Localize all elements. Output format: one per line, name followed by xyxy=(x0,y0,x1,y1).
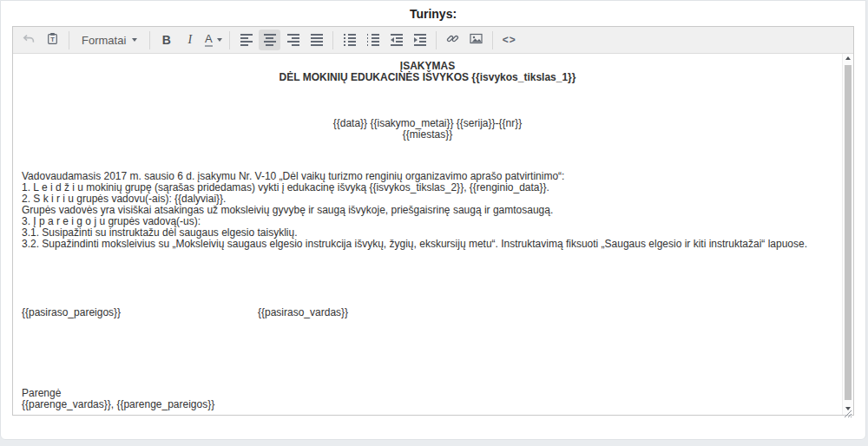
formatai-label: Formatai xyxy=(82,34,126,47)
numbered-list-button[interactable] xyxy=(362,30,384,50)
resize-grip[interactable] xyxy=(843,406,852,415)
doc-body-line: 3.2. Supažindinti moksleivius su „Moksle… xyxy=(22,239,833,250)
italic-button[interactable]: I xyxy=(179,30,201,50)
chevron-down-icon xyxy=(217,38,222,42)
scrollbar[interactable] xyxy=(842,54,853,415)
link-button[interactable] xyxy=(442,30,464,50)
paste-button[interactable]: T xyxy=(42,30,63,50)
editor-content-area: ĮSAKYMAS DĖL MOKINIŲ EDUKACINĖS IŠVYKOS … xyxy=(13,54,853,415)
image-button[interactable] xyxy=(465,30,487,50)
align-left-icon xyxy=(240,34,253,46)
paste-icon: T xyxy=(46,32,59,49)
align-right-icon xyxy=(287,34,299,46)
page-title: Turinys: xyxy=(1,1,865,26)
link-icon xyxy=(446,32,459,49)
justify-icon xyxy=(311,34,323,46)
undo-icon xyxy=(23,32,36,49)
numbered-list-icon xyxy=(367,34,379,46)
italic-icon: I xyxy=(187,33,192,47)
code-icon: <> xyxy=(503,34,516,46)
richtext-editor: T Formatai B I A xyxy=(12,26,854,416)
indent-icon xyxy=(414,34,426,46)
formatai-dropdown[interactable]: Formatai xyxy=(75,30,144,50)
editor-toolbar: T Formatai B I A xyxy=(13,27,853,54)
code-button[interactable]: <> xyxy=(498,30,520,50)
doc-signature-name: {{pasiraso_vardas}} xyxy=(258,307,348,318)
doc-signature-row: {{pasiraso_pareigos}} {{pasiraso_vardas}… xyxy=(22,307,833,318)
bullet-list-button[interactable] xyxy=(339,30,360,50)
toolbar-separator xyxy=(69,31,69,49)
scrollbar-up-button[interactable] xyxy=(843,56,853,60)
svg-text:T: T xyxy=(50,36,55,43)
chevron-down-icon xyxy=(132,38,137,42)
scrollbar-thumb[interactable] xyxy=(845,65,852,400)
outdent-button[interactable] xyxy=(385,30,407,50)
doc-signature-position: {{pasiraso_pareigos}} xyxy=(22,307,258,318)
align-left-button[interactable] xyxy=(235,30,257,50)
undo-button[interactable] xyxy=(18,30,40,50)
doc-city-line: {{miestas}} xyxy=(22,129,833,141)
text-color-button[interactable]: A xyxy=(202,30,224,50)
bold-button[interactable]: B xyxy=(155,30,177,50)
text-color-icon: A xyxy=(205,33,213,47)
toolbar-separator xyxy=(149,31,150,49)
toolbar-separator xyxy=(332,31,333,49)
doc-prepared-by: {{parenge_vardas}}, {{parenge_pareigos}} xyxy=(22,399,833,410)
arrow-up-icon xyxy=(845,56,851,60)
image-icon xyxy=(470,32,483,49)
bullet-list-icon xyxy=(344,34,356,46)
doc-heading-2: DĖL MOKINIŲ EDUKACINĖS IŠVYKOS {{isvykos… xyxy=(22,72,833,83)
indent-button[interactable] xyxy=(409,30,431,50)
outdent-icon xyxy=(391,34,403,46)
content-panel: Turinys: T xyxy=(0,0,866,440)
align-right-button[interactable] xyxy=(282,30,304,50)
align-center-button[interactable] xyxy=(259,30,280,50)
align-center-icon xyxy=(264,34,276,46)
toolbar-separator xyxy=(229,31,230,49)
justify-button[interactable] xyxy=(306,30,327,50)
toolbar-separator xyxy=(436,31,437,49)
bold-icon: B xyxy=(162,33,171,47)
editor-document[interactable]: ĮSAKYMAS DĖL MOKINIŲ EDUKACINĖS IŠVYKOS … xyxy=(13,54,842,415)
toolbar-separator xyxy=(492,31,493,49)
